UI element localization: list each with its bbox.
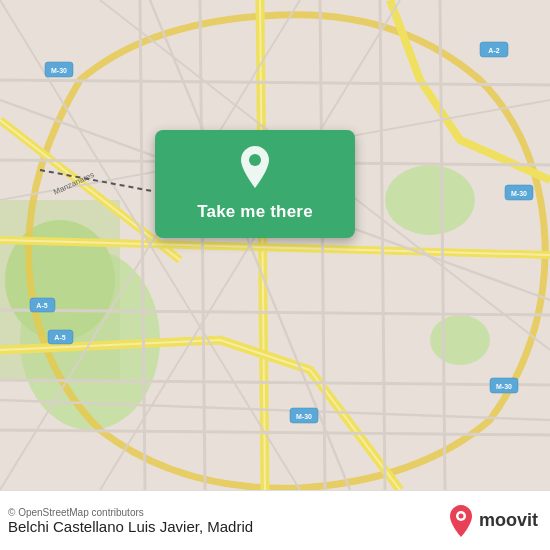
svg-text:A-2: A-2 (488, 47, 499, 54)
svg-text:A-5: A-5 (54, 334, 65, 341)
map-container: M-30 A-2 M-30 M-30 M-30 A-5 A-5 Manzanar… (0, 0, 550, 490)
svg-text:A-5: A-5 (36, 302, 47, 309)
svg-point-24 (458, 513, 463, 518)
svg-point-4 (385, 165, 475, 235)
moovit-text: moovit (479, 510, 538, 531)
svg-text:M-30: M-30 (51, 67, 67, 74)
svg-point-22 (249, 154, 261, 166)
svg-text:M-30: M-30 (296, 413, 312, 420)
svg-point-5 (430, 315, 490, 365)
moovit-logo: moovit (447, 505, 538, 537)
take-me-there-button[interactable]: Take me there (197, 198, 313, 226)
bottom-left-section: © OpenStreetMap contributors Belchi Cast… (8, 507, 253, 535)
copyright-text: © OpenStreetMap contributors (8, 507, 253, 518)
moovit-icon (447, 505, 475, 537)
svg-text:M-30: M-30 (511, 190, 527, 197)
location-pin-icon (237, 146, 273, 192)
svg-text:M-30: M-30 (496, 383, 512, 390)
location-card: Take me there (155, 130, 355, 238)
bottom-bar: © OpenStreetMap contributors Belchi Cast… (0, 490, 550, 550)
location-name: Belchi Castellano Luis Javier, Madrid (8, 518, 253, 535)
